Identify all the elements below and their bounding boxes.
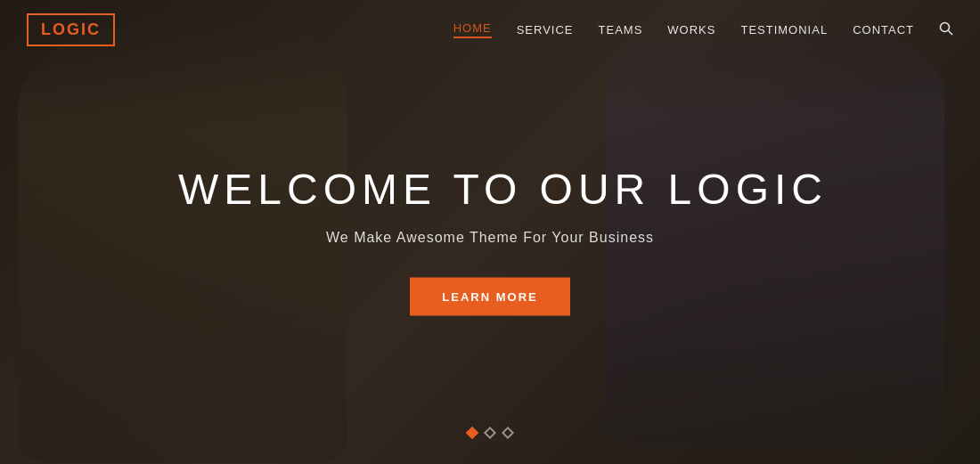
nav-link-testimonial[interactable]: TESTIMONIAL xyxy=(740,23,828,37)
hero-content: WELCOME TO OUR LOGIC We Make Awesome The… xyxy=(178,164,802,315)
slider-dot-3[interactable] xyxy=(502,427,514,439)
nav-link-contact[interactable]: CONTACT xyxy=(853,23,914,37)
hero-subtitle: We Make Awesome Theme For Your Business xyxy=(178,229,802,245)
nav-link-home[interactable]: HOME xyxy=(453,21,492,38)
nav-link-service[interactable]: SERVICE xyxy=(517,23,574,37)
search-icon[interactable] xyxy=(939,21,953,38)
slider-dots xyxy=(468,428,512,437)
nav-links: HOME SERVICE TEAMS WORKS TESTIMONIAL CON… xyxy=(453,21,953,38)
hero-title: WELCOME TO OUR LOGIC xyxy=(178,164,802,213)
slider-dot-1[interactable] xyxy=(466,427,478,439)
slider-dot-2[interactable] xyxy=(484,427,496,439)
hero-section: LOGIC HOME SERVICE TEAMS WORKS TESTIMONI… xyxy=(0,0,980,464)
logo-box[interactable]: LOGIC xyxy=(27,13,115,46)
nav-link-teams[interactable]: TEAMS xyxy=(599,23,643,37)
learn-more-button[interactable]: LEARN MORE xyxy=(410,277,569,315)
logo-text: LOGIC xyxy=(41,20,101,38)
nav-link-works[interactable]: WORKS xyxy=(667,23,715,37)
svg-line-1 xyxy=(949,31,953,36)
svg-point-0 xyxy=(941,23,950,32)
navbar: LOGIC HOME SERVICE TEAMS WORKS TESTIMONI… xyxy=(0,0,980,60)
